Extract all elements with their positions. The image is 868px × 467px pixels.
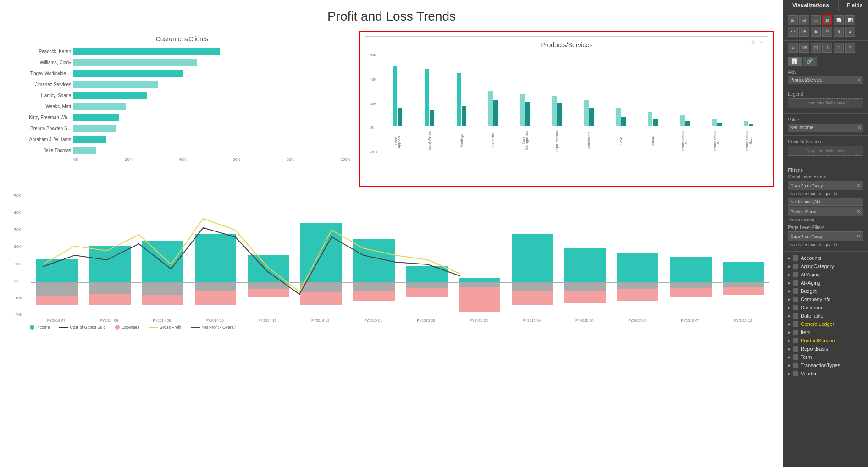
x-label: Markup	[651, 129, 654, 152]
x-label: Telephone	[492, 129, 495, 152]
products-x-labels: Court Appeara... Legal Writing Meetings …	[383, 129, 763, 154]
list-item[interactable]: ▶ APAging	[788, 270, 863, 279]
list-item[interactable]: ▶ Customer	[788, 303, 863, 312]
field-name: Item	[801, 330, 810, 335]
list-item[interactable]: ▶ Vendor	[788, 369, 863, 378]
cogs-seg	[353, 282, 395, 291]
y-axis: 60K 40K 20K 0K -20K	[370, 53, 383, 154]
combo-bar-group	[506, 193, 558, 317]
combo-neg	[723, 282, 764, 295]
filter-product-service[interactable]: Product/Service ✕	[788, 207, 863, 216]
chart-options: ☆ ···	[751, 39, 766, 45]
prod-bar-short	[557, 103, 562, 126]
list-item[interactable]: ▶ Item	[788, 328, 863, 336]
viz-btn-waterfall[interactable]: ⫿	[822, 43, 832, 53]
value-field[interactable]: Net Income ✕	[788, 124, 863, 132]
income-seg	[300, 223, 342, 282]
field-expand-icon: ▶	[788, 339, 791, 343]
viz-btn-custom1[interactable]: ⬡	[834, 43, 844, 53]
legend-drag-zone[interactable]: Drag data fields here	[788, 98, 863, 108]
field-expand-icon: ▶	[788, 273, 791, 277]
viz-btn-kpi[interactable]: ▲	[845, 27, 855, 37]
list-item[interactable]: ▶ ARAging	[788, 279, 863, 287]
field-table-icon	[793, 338, 798, 343]
viz-btn-card[interactable]: ▭	[811, 15, 821, 25]
list-item[interactable]: ▶ Accounts	[788, 254, 863, 262]
y-label: -10K	[14, 296, 22, 300]
y-label: 60K	[370, 53, 381, 57]
list-item[interactable]: ▶ AgingCategory	[788, 262, 863, 270]
filter-days-from-today[interactable]: Days From Today ✕	[788, 181, 863, 190]
combo-stacked	[459, 278, 500, 282]
viz-btn-table[interactable]: ⊞	[788, 15, 798, 25]
prod-bar-short	[398, 108, 402, 126]
table-row: Weeks, Matt	[73, 102, 350, 110]
field-table-icon	[793, 321, 798, 327]
visualizations-tab[interactable]: Visualizations	[783, 0, 839, 11]
viz-btn-custom2[interactable]: ⊕	[845, 43, 855, 53]
viz-btn-scatter[interactable]: ⋯	[788, 27, 798, 37]
viz-btn-funnel[interactable]: ▽	[822, 27, 832, 37]
bar-segment	[73, 92, 147, 99]
field-name: ReportBasis	[801, 346, 828, 352]
viz-btn-gauge[interactable]: ◑	[834, 27, 844, 37]
viz-tab-link[interactable]: 🔗	[803, 57, 817, 66]
filter-name: Days From Today	[791, 234, 823, 239]
bar-label: Kirby Freeman Wh...	[14, 115, 71, 120]
viz-btn-area[interactable]: 📊	[845, 15, 855, 25]
viz-btn-matrix[interactable]: ⊟	[799, 15, 809, 25]
axis-field[interactable]: Product/Service ✕	[788, 76, 863, 84]
combo-stacked	[353, 239, 395, 282]
customers-chart: Customers/Clients Peacock, Karen William…	[9, 31, 355, 187]
viz-btn-donut[interactable]: ◉	[811, 27, 821, 37]
list-item[interactable]: ▶ ReportBasis	[788, 345, 863, 353]
filter-close-icon[interactable]: ✕	[857, 233, 861, 239]
customers-chart-title: Customers/Clients	[14, 35, 350, 43]
list-item[interactable]: ▶ TransactionTypes	[788, 361, 863, 369]
field-expand-icon: ▶	[788, 347, 791, 351]
filter-close-icon[interactable]: ✕	[857, 209, 861, 214]
customers-bar-container: Peacock, Karen Williams, Cindy Tingey Wo…	[14, 47, 350, 162]
filter-net-income[interactable]: Net Income (All)	[788, 198, 863, 206]
x-label: 100K	[341, 157, 350, 162]
prod-bar-group	[447, 73, 476, 126]
viz-btn-slicer[interactable]: ≡	[788, 43, 798, 53]
y-label: 30K	[14, 227, 22, 232]
x-label: FY2015-02	[400, 319, 453, 323]
viz-btn-line[interactable]: 📈	[834, 15, 844, 25]
viz-tab-chart[interactable]: 📊	[788, 57, 802, 66]
field-table-icon	[793, 255, 798, 261]
list-item[interactable]: ▶ ProductService	[788, 336, 863, 345]
filter-close-icon[interactable]: ✕	[857, 182, 861, 188]
cogs-seg	[89, 282, 131, 294]
pin-icon[interactable]: ☆	[751, 39, 757, 45]
filter-page-days[interactable]: Days From Today ✕	[788, 231, 863, 241]
more-icon[interactable]: ···	[759, 39, 766, 45]
list-item[interactable]: ▶ Term	[788, 353, 863, 361]
fields-tab[interactable]: Fields	[839, 0, 868, 11]
viz-btn-map[interactable]: 🗺	[799, 43, 809, 53]
field-name: APAging	[801, 272, 820, 277]
legend-section-label: Legend	[788, 92, 863, 97]
expenses-seg	[406, 288, 448, 297]
viz-btn-filled-map[interactable]: ◫	[811, 43, 821, 53]
value-clear-icon[interactable]: ✕	[857, 125, 861, 130]
cogs-seg	[564, 282, 606, 291]
field-name: Accounts	[801, 255, 821, 261]
list-item[interactable]: ▶ GeneralLedger	[788, 320, 863, 328]
products-chart[interactable]: Products/Services ☆ ··· 60K 40K 20K 0K -…	[359, 31, 774, 187]
field-expand-icon: ▶	[788, 289, 791, 293]
x-label-container: Case Management	[510, 129, 540, 154]
list-item[interactable]: ▶ CompanyInfo	[788, 295, 863, 303]
bar-segment	[73, 70, 183, 77]
list-item[interactable]: ▶ Budget	[788, 287, 863, 295]
combo-bars	[31, 193, 769, 317]
viz-btn-pie[interactable]: ◔	[799, 27, 809, 37]
viz-btn-bar-active[interactable]: ▦	[822, 15, 832, 25]
list-item[interactable]: ▶ DateTable	[788, 312, 863, 320]
color-drag-zone[interactable]: Drag data fields here	[788, 146, 863, 156]
x-label: FY2015-07	[664, 319, 717, 323]
combo-stacked	[36, 259, 78, 282]
bar-label: Peacock, Karen	[14, 49, 71, 54]
axis-clear-icon[interactable]: ✕	[857, 77, 861, 82]
